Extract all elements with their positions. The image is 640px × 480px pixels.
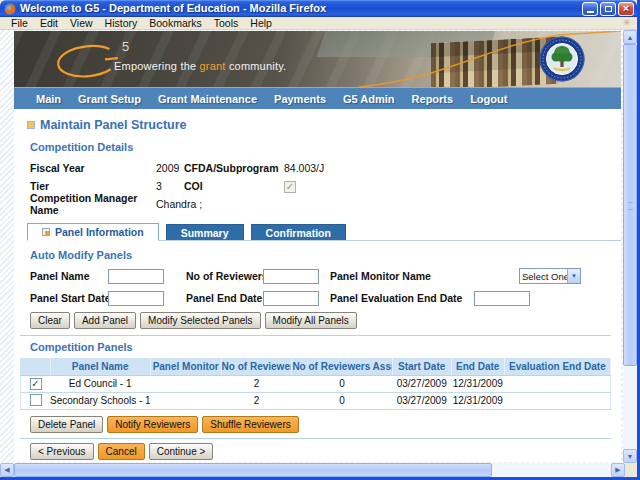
tier-value: 3	[156, 180, 184, 192]
panel-start-date-label: Panel Start Date	[30, 292, 108, 304]
previous-button[interactable]: < Previous	[30, 443, 94, 460]
competition-manager-label: Competition Manager Name	[30, 192, 156, 216]
department-of-education-seal	[539, 36, 585, 82]
restore-button[interactable]	[600, 2, 616, 16]
row-checkbox[interactable]: ✓	[30, 378, 42, 390]
cell-end-date: 12/31/2009	[451, 392, 504, 409]
page-background: 5 Empowering the grant community.	[0, 30, 623, 463]
scrollbar-corner	[625, 463, 637, 477]
nav-grant-maintenance[interactable]: Grant Maintenance	[158, 93, 257, 105]
coi-label: COI	[184, 180, 284, 192]
panel-name-label: Panel Name	[30, 270, 108, 282]
delete-panel-button[interactable]: Delete Panel	[30, 416, 103, 433]
table-row: ✓ Ed Council - 1 2 0 03/27/2009 12/31/20…	[21, 375, 611, 392]
nav-grant-setup[interactable]: Grant Setup	[78, 93, 141, 105]
vertical-scrollbar[interactable]: ▲ ▼	[623, 30, 637, 463]
add-panel-button[interactable]: Add Panel	[74, 312, 136, 329]
cell-panel-monitor	[150, 375, 221, 392]
cell-end-date: 12/31/2009	[451, 375, 504, 392]
g5-banner: 5 Empowering the grant community.	[14, 31, 621, 87]
tab-summary[interactable]: Summary	[166, 224, 244, 240]
g5-logo: 5	[50, 37, 136, 81]
tab-confirmation[interactable]: Confirmation	[251, 224, 346, 240]
cell-panel-monitor	[150, 392, 221, 409]
page-title: Maintain Panel Structure	[40, 118, 187, 132]
main-panel: 5 Empowering the grant community.	[14, 31, 621, 462]
horizontal-scrollbar[interactable]: ◀ ▶	[0, 463, 637, 477]
close-button[interactable]: ×	[618, 2, 634, 16]
panel-monitor-name-label: Panel Monitor Name	[330, 270, 460, 282]
horizontal-scroll-track[interactable]	[14, 463, 611, 477]
menu-bookmarks[interactable]: Bookmarks	[143, 17, 208, 30]
cell-no-of-reviewers: 2	[221, 375, 292, 392]
col-end-date: End Date	[451, 358, 504, 375]
menu-help[interactable]: Help	[244, 17, 278, 30]
tab-panel-information[interactable]: Panel Information	[27, 223, 159, 241]
fiscal-year-label: Fiscal Year	[30, 162, 156, 174]
nav-main[interactable]: Main	[36, 93, 61, 105]
col-no-of-reviewers: No of Reviewers	[221, 358, 292, 375]
banner-tagline: Empowering the grant community.	[114, 60, 286, 72]
cell-start-date: 03/27/2009	[392, 392, 451, 409]
auto-modify-panels-heading: Auto Modify Panels	[30, 249, 621, 261]
col-evaluation-end-date: Evaluation End Date	[504, 358, 610, 375]
panel-monitor-select[interactable]: Select One ▼	[519, 268, 581, 284]
scroll-down-icon[interactable]: ▼	[623, 449, 637, 463]
g5-logo-sup: 5	[122, 39, 129, 54]
notify-reviewers-button[interactable]: Notify Reviewers	[107, 416, 198, 433]
fiscal-year-value: 2009	[156, 162, 184, 174]
chevron-down-icon: ▼	[567, 269, 580, 283]
panel-end-date-input[interactable]	[263, 291, 319, 306]
coi-checkbox: ✓	[284, 181, 296, 193]
nav-logout[interactable]: Logout	[470, 93, 507, 105]
menu-history[interactable]: History	[99, 17, 144, 30]
cell-no-of-reviewers: 2	[221, 392, 292, 409]
col-start-date: Start Date	[392, 358, 451, 375]
nav-g5-admin[interactable]: G5 Admin	[343, 93, 395, 105]
select-all-column-header	[21, 358, 51, 375]
menu-edit[interactable]: Edit	[34, 17, 64, 30]
competition-panels-heading: Competition Panels	[30, 341, 621, 353]
scroll-right-icon[interactable]: ▶	[611, 463, 625, 477]
cell-start-date: 03/27/2009	[392, 375, 451, 392]
minimize-button[interactable]	[582, 2, 598, 16]
tab-panel-icon	[42, 228, 50, 236]
main-nav-bar: Main Grant Setup Grant Maintenance Payme…	[14, 87, 621, 109]
menu-tools[interactable]: Tools	[208, 17, 245, 30]
title-bar[interactable]: Welcome to G5 - Department of Education …	[0, 0, 637, 17]
section-divider	[20, 335, 611, 336]
horizontal-scroll-thumb[interactable]	[14, 463, 492, 477]
shuffle-reviewers-button[interactable]: Shuffle Reviewers	[202, 416, 298, 433]
browser-window: Welcome to G5 - Department of Education …	[0, 0, 640, 480]
row-checkbox[interactable]	[30, 394, 42, 406]
cancel-button[interactable]: Cancel	[98, 443, 145, 460]
panel-name-input[interactable]	[108, 269, 164, 284]
clear-button[interactable]: Clear	[30, 312, 70, 329]
no-of-reviewers-input[interactable]	[263, 269, 319, 284]
modify-selected-panels-button[interactable]: Modify Selected Panels	[140, 312, 261, 329]
scroll-left-icon[interactable]: ◀	[0, 463, 14, 477]
nav-payments[interactable]: Payments	[274, 93, 326, 105]
firefox-icon	[4, 3, 16, 15]
col-panel-name: Panel Name	[50, 358, 150, 375]
panel-start-date-input[interactable]	[108, 291, 164, 306]
throbber-icon: ✳	[623, 18, 631, 28]
continue-button[interactable]: Continue >	[149, 443, 214, 460]
scroll-up-icon[interactable]: ▲	[623, 30, 637, 44]
col-panel-monitor: Panel Monitor	[150, 358, 221, 375]
cell-no-of-reviewers-assigned: 0	[292, 375, 392, 392]
menu-file[interactable]: File	[5, 17, 34, 30]
cell-no-of-reviewers-assigned: 0	[292, 392, 392, 409]
cell-evaluation-end-date	[504, 375, 610, 392]
modify-all-panels-button[interactable]: Modify All Panels	[265, 312, 357, 329]
vertical-scroll-track[interactable]	[623, 44, 637, 449]
tab-strip: Panel Information Summary Confirmation	[27, 223, 621, 241]
nav-reports[interactable]: Reports	[412, 93, 454, 105]
section-divider	[20, 438, 611, 439]
menu-view[interactable]: View	[64, 17, 99, 30]
cell-panel-name: Ed Council - 1	[50, 375, 150, 392]
competition-details: Fiscal Year 2009 CFDA/Subprogram 84.003/…	[30, 159, 621, 213]
vertical-scroll-thumb[interactable]	[623, 44, 637, 366]
panel-evaluation-end-date-input[interactable]	[474, 291, 530, 306]
panel-end-date-label: Panel End Date	[186, 292, 263, 304]
